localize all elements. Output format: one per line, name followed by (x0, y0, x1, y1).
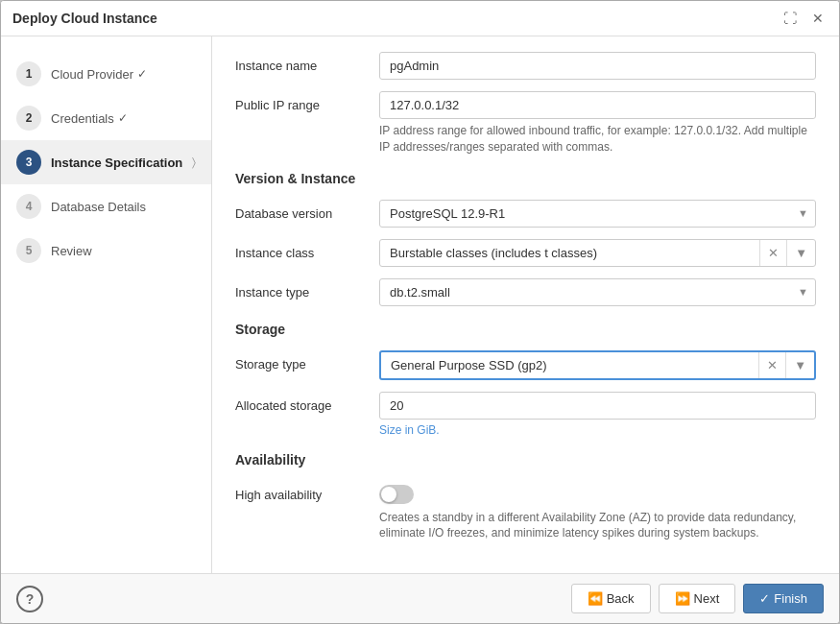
db-version-select-wrapper: PostgreSQL 12.9-R1 PostgreSQL 13.5-R1 Po… (379, 200, 816, 228)
sidebar-item-database-details[interactable]: 4 Database Details (1, 184, 211, 228)
instance-class-label: Instance class (235, 239, 379, 260)
back-arrow-icon: ⏪ (588, 591, 603, 606)
public-ip-input[interactable] (379, 91, 816, 119)
db-version-select[interactable]: PostgreSQL 12.9-R1 PostgreSQL 13.5-R1 Po… (379, 200, 816, 228)
sidebar: 1 Cloud Provider ✓ 2 Credentials ✓ 3 Ins… (1, 36, 212, 573)
step-2-check-icon: ✓ (118, 111, 128, 125)
storage-type-select[interactable]: General Purpose SSD (gp2) Provisioned IO… (381, 352, 758, 378)
instance-type-select[interactable]: db.t2.small db.t2.medium db.t3.small (379, 278, 816, 306)
allocated-storage-row: Allocated storage Size in GiB. (235, 392, 816, 437)
storage-type-select-container: General Purpose SSD (gp2) Provisioned IO… (379, 350, 816, 380)
footer-right: ⏪ Back ⏩ Next ✓ Finish (571, 584, 824, 613)
instance-name-wrap (379, 52, 816, 80)
instance-class-select-container: Burstable classes (includes t classes) S… (379, 239, 816, 267)
next-label: Next (694, 591, 720, 606)
modal-title: Deploy Cloud Instance (12, 11, 157, 26)
help-button[interactable]: ? (16, 586, 43, 612)
step-5-number: 5 (16, 238, 41, 263)
allocated-storage-input[interactable] (379, 392, 816, 420)
allocated-storage-wrap: Size in GiB. (379, 392, 816, 437)
step-1-label: Cloud Provider (51, 67, 133, 82)
db-version-row: Database version PostgreSQL 12.9-R1 Post… (235, 200, 816, 228)
step-1-check-icon: ✓ (137, 67, 147, 81)
next-arrow-icon: ⏩ (675, 591, 690, 606)
instance-class-clear-button[interactable]: ✕ (759, 240, 786, 266)
high-availability-label: High availability (235, 481, 379, 502)
content-area: Instance name Public IP range IP address… (212, 36, 839, 573)
finish-label: Finish (774, 591, 807, 606)
footer-left: ? (16, 586, 43, 612)
back-label: Back (607, 591, 635, 606)
instance-type-wrap: db.t2.small db.t2.medium db.t3.small ▼ (379, 278, 816, 306)
public-ip-row: Public IP range IP address range for all… (235, 91, 816, 156)
storage-type-row: Storage type General Purpose SSD (gp2) P… (235, 350, 816, 380)
instance-type-select-wrapper: db.t2.small db.t2.medium db.t3.small ▼ (379, 278, 816, 306)
header-icons: ⛶ ✕ (780, 9, 828, 28)
step-3-chevron-icon: 〉 (192, 156, 196, 169)
deploy-cloud-instance-modal: Deploy Cloud Instance ⛶ ✕ 1 Cloud Provid… (0, 0, 840, 624)
public-ip-label: Public IP range (235, 91, 379, 112)
step-3-number: 3 (16, 150, 41, 175)
public-ip-help: IP address range for allowed inbound tra… (379, 123, 816, 156)
high-availability-row: High availability Creates a standby in a… (235, 481, 816, 542)
instance-class-wrap: Burstable classes (includes t classes) S… (379, 239, 816, 267)
instance-name-row: Instance name (235, 52, 816, 80)
version-instance-section-header: Version & Instance (235, 171, 816, 190)
modal-header: Deploy Cloud Instance ⛶ ✕ (1, 1, 839, 36)
step-1-number: 1 (16, 61, 41, 86)
db-version-label: Database version (235, 200, 379, 221)
availability-section-header: Availability (235, 452, 816, 471)
db-version-wrap: PostgreSQL 12.9-R1 PostgreSQL 13.5-R1 Po… (379, 200, 816, 228)
sidebar-item-review[interactable]: 5 Review (1, 228, 211, 273)
high-availability-toggle[interactable] (379, 485, 414, 504)
next-button[interactable]: ⏩ Next (659, 584, 736, 613)
step-4-number: 4 (16, 194, 41, 219)
step-3-label: Instance Specification (51, 156, 182, 170)
step-2-label: Credentials (51, 111, 114, 126)
storage-section-header: Storage (235, 322, 816, 341)
step-4-label: Database Details (51, 200, 146, 214)
storage-type-dropdown-button[interactable]: ▼ (785, 352, 814, 378)
finish-button[interactable]: ✓ Finish (743, 584, 824, 613)
back-button[interactable]: ⏪ Back (571, 584, 651, 613)
instance-class-select[interactable]: Burstable classes (includes t classes) S… (380, 240, 759, 266)
sidebar-item-cloud-provider[interactable]: 1 Cloud Provider ✓ (1, 52, 211, 96)
instance-class-dropdown-button[interactable]: ▼ (786, 240, 815, 266)
public-ip-wrap: IP address range for allowed inbound tra… (379, 91, 816, 156)
expand-button[interactable]: ⛶ (780, 9, 801, 28)
instance-type-label: Instance type (235, 278, 379, 300)
modal-footer: ? ⏪ Back ⏩ Next ✓ Finish (1, 573, 839, 623)
allocated-storage-label: Allocated storage (235, 392, 379, 413)
instance-type-row: Instance type db.t2.small db.t2.medium d… (235, 278, 816, 306)
step-5-label: Review (51, 244, 92, 258)
instance-name-label: Instance name (235, 52, 379, 73)
storage-type-label: Storage type (235, 350, 379, 372)
sidebar-item-credentials[interactable]: 2 Credentials ✓ (1, 96, 211, 140)
sidebar-item-instance-specification[interactable]: 3 Instance Specification 〉 (1, 140, 211, 184)
high-availability-toggle-container (379, 481, 816, 504)
modal-body: 1 Cloud Provider ✓ 2 Credentials ✓ 3 Ins… (1, 36, 839, 573)
instance-name-input[interactable] (379, 52, 816, 80)
step-2-number: 2 (16, 106, 41, 131)
high-availability-help: Creates a standby in a different Availab… (379, 510, 816, 542)
storage-type-wrap: General Purpose SSD (gp2) Provisioned IO… (379, 350, 816, 380)
instance-class-row: Instance class Burstable classes (includ… (235, 239, 816, 267)
storage-type-clear-button[interactable]: ✕ (758, 352, 785, 378)
allocated-storage-hint: Size in GiB. (379, 423, 816, 437)
finish-check-icon: ✓ (759, 591, 770, 606)
close-button[interactable]: ✕ (808, 9, 828, 28)
high-availability-wrap: Creates a standby in a different Availab… (379, 481, 816, 542)
